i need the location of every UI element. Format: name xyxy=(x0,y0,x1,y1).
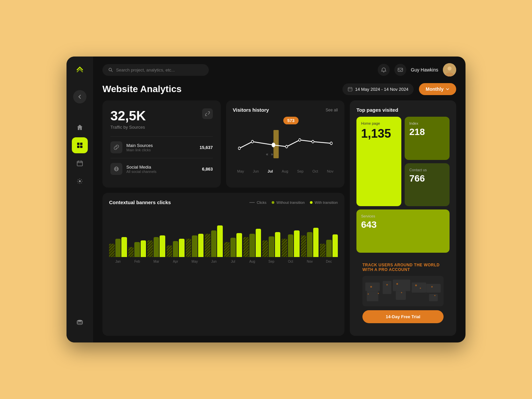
bar-olive xyxy=(249,234,255,257)
search-bar[interactable] xyxy=(102,64,209,76)
legend-with-dot xyxy=(310,201,313,204)
bar-olive xyxy=(211,230,217,257)
bar-group-May xyxy=(186,234,204,257)
mail-icon[interactable] xyxy=(394,64,406,76)
source-social-name: Social Media xyxy=(126,165,198,170)
search-input[interactable] xyxy=(116,67,203,72)
month-jul: Jul xyxy=(268,169,273,173)
svg-point-33 xyxy=(396,283,398,285)
bar-group-Jun xyxy=(205,225,223,257)
page-tile-home[interactable]: Home page 1,135 xyxy=(356,117,401,206)
svg-rect-30 xyxy=(429,294,438,301)
expand-button[interactable] xyxy=(202,108,213,119)
pages-grid: Home page 1,135 Index 218 Contact us 766 xyxy=(356,117,450,253)
notification-icon[interactable] xyxy=(378,64,390,76)
page-title: Website Analytics xyxy=(102,84,337,94)
month-label-Jul: Jul xyxy=(224,260,242,263)
bar-stripe xyxy=(262,240,268,257)
bar-stripe xyxy=(224,242,230,257)
page-tile-num-services: 643 xyxy=(361,219,445,230)
chart-next[interactable]: » xyxy=(271,152,273,157)
sidebar-item-calendar[interactable] xyxy=(72,155,88,171)
traffic-card: 32,5K Traffic by Sources Main Sources xyxy=(102,100,221,188)
svg-point-35 xyxy=(415,284,417,286)
bar-months: JanFebMarAprMayJunJulAugSepOctNovDec xyxy=(109,260,338,263)
dashboard: 32,5K Traffic by Sources Main Sources xyxy=(93,100,466,342)
legend-clicks-line xyxy=(249,202,255,203)
bar-olive xyxy=(307,232,313,257)
month-label-Mar: Mar xyxy=(147,260,165,263)
svg-point-36 xyxy=(420,288,421,289)
period-button[interactable]: Monthly xyxy=(419,83,456,95)
date-range: 14 May 2024 - 14 Nov 2024 xyxy=(342,83,414,95)
world-map xyxy=(362,276,444,306)
month-label-Aug: Aug xyxy=(243,260,261,263)
bar-stripe xyxy=(243,237,249,257)
bar-lime xyxy=(141,240,146,257)
bar-group-Feb xyxy=(128,240,146,257)
svg-point-18 xyxy=(272,143,275,147)
logo-icon xyxy=(74,65,85,77)
chart-prev[interactable]: « xyxy=(266,152,268,157)
bar-lime xyxy=(236,233,242,257)
svg-rect-23 xyxy=(365,282,380,291)
traffic-label: Traffic by Sources xyxy=(110,125,146,130)
search-icon xyxy=(108,67,113,72)
legend-without-transition: Without transition xyxy=(272,200,305,204)
svg-rect-29 xyxy=(426,284,441,293)
bar-stripe xyxy=(282,239,287,257)
bar-olive xyxy=(134,242,140,257)
page-tile-index[interactable]: Index 218 xyxy=(405,117,450,160)
svg-rect-8 xyxy=(398,68,403,71)
month-oct: Oct xyxy=(313,169,318,173)
page-tile-num-contact: 766 xyxy=(409,173,445,184)
legend-without-dot xyxy=(272,201,274,204)
svg-rect-27 xyxy=(396,291,406,300)
sidebar-item-database[interactable] xyxy=(72,315,88,331)
header-right: Guy Hawkins xyxy=(378,63,456,76)
logo xyxy=(74,65,85,77)
bar-stripe xyxy=(128,247,134,257)
bar-group-Mar xyxy=(147,235,165,257)
month-label-Jun: Jun xyxy=(205,260,223,263)
month-sep: Sep xyxy=(297,169,304,173)
bars-container xyxy=(109,210,338,257)
sidebar xyxy=(66,57,93,342)
bar-chart-title: Contextual banners clicks xyxy=(109,200,171,205)
see-all-link[interactable]: See all xyxy=(326,108,338,112)
bar-lime xyxy=(179,239,185,257)
sidebar-nav xyxy=(72,119,88,312)
bar-olive xyxy=(326,240,332,257)
month-label-May: May xyxy=(186,260,204,263)
month-may: May xyxy=(237,169,244,173)
month-aug: Aug xyxy=(282,169,288,173)
link-icon xyxy=(110,141,122,153)
bar-lime xyxy=(160,235,165,257)
trial-button[interactable]: 14-Day Free Trial xyxy=(362,310,444,323)
sidebar-item-settings[interactable] xyxy=(72,173,88,189)
svg-rect-2 xyxy=(77,146,79,148)
month-label-Oct: Oct xyxy=(282,260,300,263)
month-nov: Nov xyxy=(327,169,333,173)
main-content: Guy Hawkins Website Analytics xyxy=(93,57,466,342)
svg-point-40 xyxy=(368,293,369,294)
chart-tooltip: 573 xyxy=(283,117,299,124)
bar-group-Jul xyxy=(224,233,242,257)
month-label-Apr: Apr xyxy=(167,260,185,263)
page-tile-num-index: 218 xyxy=(409,127,445,137)
source-main-value: 15,637 xyxy=(200,145,213,150)
source-main: Main Sources Main link clicks 15,637 xyxy=(110,136,213,158)
bar-stripe xyxy=(320,244,326,257)
bar-stripe xyxy=(147,240,153,257)
month-label-Sep: Sep xyxy=(262,260,280,263)
page-tile-contact[interactable]: Contact us 766 xyxy=(405,163,450,206)
page-tile-services[interactable]: Services 643 xyxy=(356,209,450,253)
back-button[interactable] xyxy=(73,90,86,103)
sidebar-item-dashboard[interactable] xyxy=(72,137,88,153)
bar-lime xyxy=(121,237,127,257)
calendar-icon xyxy=(348,87,352,91)
sidebar-item-home[interactable] xyxy=(72,119,88,135)
bar-group-Apr xyxy=(167,239,185,257)
top-pages-title: Top pages visited xyxy=(356,107,450,113)
globe-icon xyxy=(110,163,122,175)
